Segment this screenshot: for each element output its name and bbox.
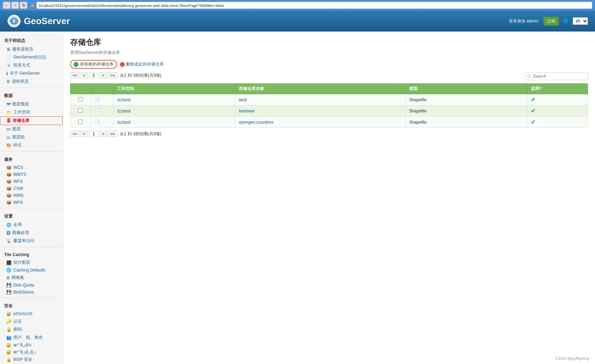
sidebar-item-disk-quota[interactable]: 💾 Disk Quota [0, 282, 63, 289]
sidebar-item-security2[interactable]: 🔐 æ°°å¸¡å½ [0, 342, 63, 349]
first-page-btn-bottom[interactable]: << [70, 131, 80, 137]
search-input[interactable] [525, 73, 588, 80]
next-page-btn-bottom[interactable]: > [100, 131, 107, 137]
col-header-icon [91, 84, 113, 94]
sidebar-item-layer-preview[interactable]: 🗺 图层预览 [0, 100, 63, 108]
sidebar-item-tile-layers[interactable]: ⬛ 切片图层 [0, 259, 63, 267]
row1-type: Shapefile [405, 94, 527, 105]
row2-storename: landnew [235, 105, 406, 117]
row2-store-icon: 📄 [95, 108, 100, 114]
sidebar-item-wsp-security[interactable]: 🔒 WSP 安全 [0, 356, 63, 364]
sidebar-item-server-status[interactable]: 🖥 服务器状态 [0, 45, 63, 53]
col-header-workspace[interactable]: 工作空间 [114, 84, 235, 94]
logout-button[interactable]: 注销 [543, 17, 559, 26]
process-icon: ⚙ [6, 79, 10, 84]
row3-icon-cell: 📄 [91, 117, 113, 128]
sidebar-item-layer[interactable]: 🗃 图层 [0, 125, 63, 133]
language-select[interactable]: zh en [573, 17, 588, 25]
search-area [525, 73, 588, 80]
secure-icon: 🔒 [30, 3, 35, 8]
sidebar-item-style[interactable]: 🎨 样式 [0, 141, 63, 149]
forward-btn[interactable]: → [11, 2, 19, 9]
sidebar-item-wfs[interactable]: 📦 WFS [0, 178, 63, 185]
add-store-button[interactable]: 添加新的存储仓库 [70, 60, 117, 69]
sidebar-item-auth[interactable]: 🔑 认证 [0, 317, 63, 325]
geoserver-logo-icon [7, 14, 21, 28]
col-header-type[interactable]: 类型 [405, 84, 527, 94]
app-header: GeoServer 登录身份 admin. 注销 🌐 zh en [0, 11, 595, 32]
table-row: 📄 tzzland landnew Shapefile ✔ [70, 105, 588, 117]
row2-storename-link[interactable]: landnew [239, 109, 255, 114]
sidebar-section-service: 服务 [0, 154, 63, 164]
row1-store-icon: 📄 [95, 97, 100, 102]
row1-storename-link[interactable]: land [239, 97, 247, 102]
sidebar-item-layer-group[interactable]: 🗂 图层组 [0, 133, 63, 141]
sidebar-item-gridsets[interactable]: ⊞ 网格集 [0, 274, 63, 282]
row2-checkbox-cell [70, 105, 91, 117]
sidebar-item-store[interactable]: 🗄 存储仓库 [0, 116, 63, 125]
reload-btn[interactable]: ↻ [20, 2, 27, 9]
prev-page-btn-bottom[interactable]: < [81, 131, 88, 137]
sidebar-item-geoserver-log[interactable]: 📄 GeoServer的日志 [0, 53, 63, 61]
row2-workspace-link[interactable]: tzzland [117, 109, 130, 114]
delete-store-button[interactable]: 删除选定的存储仓库 [120, 61, 164, 67]
svg-point-4 [13, 20, 15, 22]
col-header-enabled[interactable]: 启用? [527, 84, 588, 94]
csw-icon: 📦 [6, 186, 12, 191]
sidebar-item-coverage-access[interactable]: 📡 覆盖率访问 [0, 237, 63, 245]
sidebar-item-users-groups-roles[interactable]: 👥 用户、组、角色 [0, 334, 63, 342]
page-info-top: 从1 到 3的结果(共3项) [120, 73, 162, 78]
row3-storename-link[interactable]: opengeo:countires [239, 120, 273, 125]
page-number-input-bottom[interactable] [89, 131, 99, 137]
wsp-security-icon: 🔒 [6, 357, 12, 362]
sidebar-item-passwd[interactable]: 🔒 密码 [0, 325, 63, 334]
col-header-checkbox [70, 84, 91, 94]
row3-storename: opengeo:countires [235, 117, 406, 128]
last-page-btn-top[interactable]: >> [108, 72, 117, 78]
disk-quota-icon: 💾 [6, 283, 12, 288]
sidebar-section-security: 安全 [0, 300, 63, 310]
row2-checkbox[interactable] [78, 108, 83, 113]
globe-icon: 🌐 [563, 19, 568, 23]
page-number-input-top[interactable] [89, 72, 99, 78]
sidebar-item-wcs[interactable]: 📦 WCS [0, 164, 63, 171]
col-header-storename[interactable]: 存储仓库名称 [235, 84, 406, 94]
row3-enabled-icon: ✔ [531, 119, 535, 125]
sidebar-item-wms[interactable]: 📦 WMS [0, 192, 63, 199]
prev-page-btn-top[interactable]: < [81, 72, 88, 78]
contact-icon: 📧 [6, 63, 12, 68]
row1-workspace-link[interactable]: tzzland [117, 97, 130, 102]
pagination-top: << < > >> 从1 到 3的结果(共3项) [70, 72, 161, 78]
browser-nav-bar: ← → ↻ 🔒 localhost:5431/geoserver/web/wic… [0, 0, 595, 11]
passwd-icon: 🔒 [6, 327, 12, 332]
sidebar-item-workspace[interactable]: 📁 工作空间 [0, 108, 63, 116]
row3-checkbox[interactable] [78, 119, 83, 124]
row3-workspace-link[interactable]: tzzland [117, 120, 130, 125]
row2-type: Shapefile [405, 105, 527, 117]
last-page-btn-bottom[interactable]: >> [108, 131, 117, 137]
sidebar-item-blob-stores[interactable]: 💾 BlobStores [0, 289, 63, 296]
sidebar-item-process[interactable]: ⚙ 进程状态 [0, 77, 63, 85]
coverage-access-icon: 📡 [6, 239, 12, 243]
sidebar-item-global[interactable]: 🌐 全局 [0, 221, 63, 229]
sidebar-item-image-processing[interactable]: 🖼 图像处理 [0, 229, 63, 237]
sidebar-item-caching-defaults[interactable]: 🌐 Caching Defaults [0, 267, 63, 274]
blob-stores-icon: 💾 [6, 290, 12, 295]
about-icon: ℹ [6, 71, 8, 76]
sidebar-item-wps[interactable]: 📦 WPS [0, 199, 63, 206]
url-bar[interactable]: localhost:5431/geoserver/web/wicket/book… [36, 2, 592, 9]
sidebar-item-wmts[interactable]: 📦 WMTS [0, 171, 63, 178]
back-btn[interactable]: ← [3, 2, 11, 9]
sidebar-item-contact[interactable]: 📧 联系方式 [0, 61, 63, 69]
sidebar-item-about[interactable]: ℹ 关于 GeoServer [0, 69, 63, 77]
caching-defaults-icon: 🌐 [6, 268, 12, 273]
sidebar-item-csw[interactable]: 📦 CSW [0, 185, 63, 192]
first-page-btn-top[interactable]: << [70, 72, 80, 78]
sidebar-item-security3[interactable]: 🔐 æ°°å¸¡å¸¡å¸¡ [0, 349, 63, 356]
row1-workspace: tzzland [114, 94, 235, 105]
wmts-icon: 📦 [6, 172, 12, 177]
sidebar-item-security-settings[interactable]: 🔐 è®¾¾½® [0, 310, 63, 317]
next-page-btn-top[interactable]: > [100, 72, 107, 78]
row1-checkbox[interactable] [78, 97, 83, 102]
row2-workspace: tzzland [114, 105, 235, 117]
